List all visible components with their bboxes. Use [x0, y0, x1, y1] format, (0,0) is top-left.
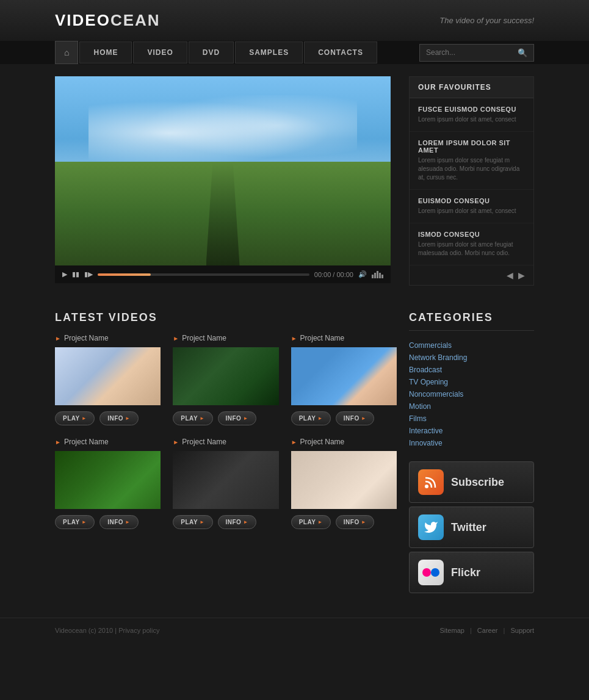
video-thumb-6[interactable] — [291, 451, 397, 509]
subscribe-box[interactable]: Subscribe — [409, 461, 534, 503]
twitter-box[interactable]: Twitter — [409, 507, 534, 548]
footer-career[interactable]: Career — [477, 627, 498, 634]
fav-item-3[interactable]: EUISMOD CONSEQU Lorem ipsum dolor sit am… — [410, 190, 533, 223]
nav-samples[interactable]: SAMPLES — [235, 41, 303, 63]
play-arrow-icon-6: ► — [291, 439, 297, 446]
fav-item-4-desc: Lorem ipsum dolor sit amce feugiat males… — [418, 240, 525, 258]
video-card-5: ► Project Name PLAY ► INFO ► — [173, 438, 278, 529]
pause-button[interactable]: ▮▮ — [72, 270, 79, 278]
card-3-play-button[interactable]: PLAY ► — [291, 411, 331, 425]
cat-tv-opening[interactable]: TV Opening — [409, 376, 534, 388]
video-card-4: ► Project Name PLAY ► INFO ► — [55, 438, 161, 529]
play-btn-arrow-3: ► — [317, 416, 322, 421]
vol-bar-5 — [381, 275, 383, 278]
cat-noncommercials[interactable]: Noncommercials — [409, 388, 534, 400]
card-4-play-button[interactable]: PLAY ► — [55, 515, 95, 529]
fav-item-4-title: ISMOD CONSEQU — [418, 231, 525, 238]
cat-interactive[interactable]: Interactive — [409, 425, 534, 437]
video-thumb-1[interactable] — [55, 347, 161, 405]
card-6-play-button[interactable]: PLAY ► — [291, 515, 331, 529]
video-card-3-title: ► Project Name — [291, 334, 397, 342]
video-card-6-title: ► Project Name — [291, 438, 397, 446]
card-3-info-button[interactable]: INFO ► — [336, 411, 374, 425]
cat-commercials[interactable]: Commercials — [409, 339, 534, 352]
card-1-info-button[interactable]: INFO ► — [99, 411, 138, 425]
lower-section: LATEST VIDEOS ► Project Name PLAY ► INFO… — [0, 298, 589, 593]
lower-left: LATEST VIDEOS ► Project Name PLAY ► INFO… — [55, 298, 397, 593]
cat-motion[interactable]: Motion — [409, 400, 534, 413]
latest-videos-section: LATEST VIDEOS ► Project Name PLAY ► INFO… — [55, 311, 397, 529]
video-thumb-4[interactable] — [55, 451, 161, 509]
play-button[interactable]: ▶ — [62, 270, 67, 278]
footer-sep-2: | — [504, 627, 507, 634]
fav-navigation: ◀ ▶ — [410, 265, 533, 285]
footer-sep-1: | — [470, 627, 474, 634]
video-screen[interactable] — [55, 76, 391, 265]
card-2-info-button[interactable]: INFO ► — [218, 411, 256, 425]
video-card-1-title: ► Project Name — [55, 334, 161, 342]
card-4-info-button[interactable]: INFO ► — [99, 515, 138, 529]
card-2-play-button[interactable]: PLAY ► — [173, 411, 212, 425]
play-btn-arrow: ► — [82, 416, 87, 421]
video-thumb-2[interactable] — [173, 347, 278, 405]
play-btn-arrow-5: ► — [200, 519, 204, 525]
card-5-info-button[interactable]: INFO ► — [218, 515, 256, 529]
cat-films[interactable]: Films — [409, 413, 534, 425]
cat-broadcast[interactable]: Broadcast — [409, 364, 534, 376]
search-input[interactable] — [426, 48, 518, 57]
stop-button[interactable]: ▮▶ — [84, 270, 93, 278]
play-arrow-icon-4: ► — [55, 439, 61, 446]
video-thumb-5[interactable] — [173, 451, 278, 509]
cat-innovative[interactable]: Innovative — [409, 437, 534, 449]
fav-item-2[interactable]: LOREM IPSUM DOLOR SIT AMET Lorem ipsum d… — [410, 132, 533, 190]
info-btn-arrow-6: ► — [361, 519, 366, 525]
logo: VIDEOCEAN — [55, 11, 161, 30]
play-btn-arrow-4: ► — [82, 519, 87, 525]
card-1-play-button[interactable]: PLAY ► — [55, 411, 95, 425]
volume-icon[interactable]: 🔊 — [358, 270, 367, 278]
video-card-1: ► Project Name PLAY ► INFO ► — [55, 334, 161, 425]
card-3-buttons: PLAY ► INFO ► — [291, 411, 397, 425]
favourites-box: OUR FAVOURITES FUSCE EUISMOD CONSEQU Lor… — [409, 76, 534, 286]
video-card-4-name: Project Name — [64, 438, 109, 446]
card-4-buttons: PLAY ► INFO ► — [55, 515, 161, 529]
nav: ⌂ HOME VIDEO DVD SAMPLES CONTACTS 🔍 — [0, 41, 589, 64]
nav-contacts[interactable]: CONTACTS — [304, 41, 377, 63]
social-section: Subscribe Twitter Flickr — [409, 461, 534, 593]
rss-icon — [418, 469, 444, 495]
nav-video[interactable]: VIDEO — [133, 41, 187, 63]
card-5-play-button[interactable]: PLAY ► — [173, 515, 212, 529]
video-background — [55, 76, 391, 265]
vol-bar-2 — [374, 273, 376, 278]
flickr-box[interactable]: Flickr — [409, 552, 534, 593]
nav-home-button[interactable]: ⌂ — [55, 41, 78, 64]
fav-prev-button[interactable]: ◀ — [507, 270, 513, 280]
fav-item-4[interactable]: ISMOD CONSEQU Lorem ipsum dolor sit amce… — [410, 223, 533, 265]
fav-next-button[interactable]: ▶ — [518, 270, 525, 280]
svg-point-1 — [422, 568, 431, 577]
video-player: ▶ ▮▮ ▮▶ 00:00 / 00:00 🔊 — [55, 76, 391, 283]
footer-support[interactable]: Support — [510, 627, 534, 634]
card-6-info-button[interactable]: INFO ► — [336, 515, 374, 529]
fav-item-2-title: LOREM IPSUM DOLOR SIT AMET — [418, 139, 525, 154]
fav-item-1-desc: Lorem ipsum dolor sit amet, consect — [418, 115, 525, 124]
play-arrow-icon-2: ► — [173, 335, 179, 342]
play-arrow-icon: ► — [55, 335, 61, 342]
video-card-2: ► Project Name PLAY ► INFO ► — [173, 334, 278, 425]
video-card-2-title: ► Project Name — [173, 334, 278, 342]
video-thumb-3[interactable] — [291, 347, 397, 405]
flickr-label: Flickr — [451, 566, 480, 579]
subscribe-label: Subscribe — [451, 476, 504, 489]
cat-network-branding[interactable]: Network Branding — [409, 352, 534, 364]
volume-bars — [372, 271, 383, 278]
video-clouds — [89, 95, 357, 171]
nav-dvd[interactable]: DVD — [189, 41, 234, 63]
nav-home[interactable]: HOME — [79, 41, 132, 63]
footer-sitemap[interactable]: Sitemap — [440, 627, 464, 634]
categories-title: CATEGORIES — [409, 311, 534, 331]
progress-bar[interactable] — [98, 273, 309, 276]
fav-item-1[interactable]: FUSCE EUISMOD CONSEQU Lorem ipsum dolor … — [410, 98, 533, 132]
video-card-5-title: ► Project Name — [173, 438, 278, 446]
info-btn-arrow-5: ► — [243, 519, 248, 525]
search-icon[interactable]: 🔍 — [518, 48, 527, 57]
